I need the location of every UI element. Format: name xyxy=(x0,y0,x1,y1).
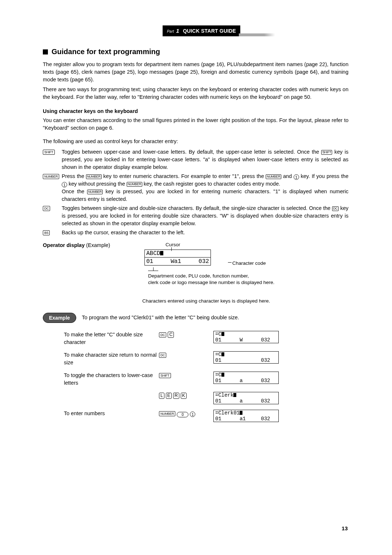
operator-display-label-sub: (Example) xyxy=(85,242,110,248)
example-step-keys: L E R K xyxy=(159,392,213,400)
cursor-block-icon xyxy=(221,332,224,336)
lcd-display-frame: ABCD 01 Wa1 032 xyxy=(144,250,211,266)
example-step-keys: NUMBER 0 1 xyxy=(159,410,213,417)
cursor-callout-line-icon xyxy=(171,247,172,251)
page-number: 13 xyxy=(342,524,348,532)
number-key-inline-icon-2: NUMBER xyxy=(266,174,281,179)
control-dc-row: DC Toggles between single-size and doubl… xyxy=(43,204,348,227)
example-step-keys: SHIFT xyxy=(159,372,213,379)
number-key-icon: NUMBER xyxy=(43,174,59,179)
diagram-brace-h-icon xyxy=(148,271,158,271)
example-pill: Example xyxy=(43,313,76,323)
one-key-icon: 1 xyxy=(190,412,195,417)
letter-c-key-icon: C xyxy=(168,332,174,338)
cursor-block-icon xyxy=(233,393,236,397)
example-step-display: =C01 032 xyxy=(213,351,282,364)
banner-title: QUICK START GUIDE xyxy=(183,28,236,34)
section-heading: Guidance for text programming xyxy=(43,46,348,57)
letter-r-key-icon: R xyxy=(173,393,179,399)
mini-lcd: =C01 032 xyxy=(213,351,279,364)
dc-key-icon: DC xyxy=(43,206,50,211)
mini-lcd: =Clerk0101 a1 032 xyxy=(213,410,279,422)
charcode-callout-label: Character code xyxy=(232,260,266,267)
banner-tail-fade xyxy=(239,33,275,36)
dc-key-inline-icon: DC xyxy=(332,206,339,211)
mini-lcd: =Clerk01 a 032 xyxy=(213,392,279,404)
mini-lcd: =C01 a 032 xyxy=(213,372,279,384)
control-number-row: NUMBER Press the NUMBER key to enter num… xyxy=(43,173,348,203)
example-step-row: To enter numbersNUMBER 0 1 =Clerk0101 a1… xyxy=(43,410,348,422)
sub-intro: You can enter characters according to th… xyxy=(43,117,348,132)
example-sentence: To program the word "Clerk01" with the l… xyxy=(82,314,239,321)
sub-heading: Using character keys on the keyboard xyxy=(43,108,348,115)
example-step-row: To toggle the characters to lower-case l… xyxy=(43,372,348,387)
example-step-row: To make character size return to normal … xyxy=(43,351,348,366)
example-step-display: =Clerk0101 a1 032 xyxy=(213,410,282,422)
shift-key-icon: SHIFT xyxy=(159,373,171,378)
dc-key-icon: DC xyxy=(159,353,166,358)
zero-key-icon: 0 xyxy=(177,412,188,417)
example-step-desc: To enter numbers xyxy=(43,410,159,417)
cursor-block-icon xyxy=(240,411,242,415)
manual-page: Part 1 QUICK START GUIDE Guidance for te… xyxy=(0,0,392,555)
shift-key-inline-icon: SHIFT xyxy=(321,150,332,155)
one-key-icon-2: 1 xyxy=(62,182,67,187)
number-key-inline-icon-3: NUMBER xyxy=(127,182,142,187)
example-row: Example To program the word "Clerk01" wi… xyxy=(43,313,348,323)
diagram-under-note-1: Department code, PLU code, function numb… xyxy=(148,273,274,285)
control-bs-row: BS Backs up the cursor, erasing the char… xyxy=(43,229,348,236)
example-step-display: =C01 W 032 xyxy=(213,331,282,344)
bs-key-icon: BS xyxy=(43,230,50,235)
control-bs-desc: Backs up the cursor, erasing the charact… xyxy=(62,229,348,236)
lcd-line-2: 01 Wa1 032 xyxy=(145,257,211,265)
intro-paragraph-2: There are two ways for programming text;… xyxy=(43,86,348,101)
operator-display-section: Operator display (Example) Cursor ABCD 0… xyxy=(43,242,348,305)
number-key-inline-icon: NUMBER xyxy=(86,174,102,179)
cursor-block-icon xyxy=(221,352,224,356)
charcode-callout-line-icon xyxy=(228,262,232,263)
number-key-icon: NUMBER xyxy=(159,411,175,416)
diagram-under-note-2: Characters entered using character keys … xyxy=(142,297,326,305)
cursor-block-icon xyxy=(221,373,224,377)
heading-square-icon xyxy=(43,49,48,54)
example-steps: To make the letter "C" double size chara… xyxy=(43,331,348,422)
letter-e-key-icon: E xyxy=(166,393,172,399)
operator-display-diagram: Cursor ABCD 01 Wa1 032 Character code De… xyxy=(144,242,326,305)
banner-part-label: Part xyxy=(167,29,174,33)
part-banner: Part 1 QUICK START GUIDE xyxy=(163,25,348,36)
example-step-desc: To make character size return to normal … xyxy=(43,351,159,366)
letter-l-key-icon: L xyxy=(159,393,164,399)
operator-display-label: Operator display xyxy=(43,242,85,248)
intro-paragraph-1: The register allow you to program texts … xyxy=(43,61,348,84)
control-lead: The following are used as control keys f… xyxy=(43,138,348,145)
example-step-desc: To toggle the characters to lower-case l… xyxy=(43,372,159,387)
control-shift-row: SHIFT Toggles between upper-case and low… xyxy=(43,148,348,171)
control-number-desc: Press the NUMBER key to enter numeric ch… xyxy=(62,173,348,203)
one-key-icon: 1 xyxy=(294,174,299,180)
example-step-keys: DC C xyxy=(159,331,213,339)
cursor-callout-label: Cursor xyxy=(166,241,180,248)
control-dc-desc: Toggles between single-size and double-s… xyxy=(62,204,348,227)
heading-text: Guidance for text programming xyxy=(52,48,160,56)
example-step-row: L E R K =Clerk01 a 032 xyxy=(43,392,348,405)
control-key-list: SHIFT Toggles between upper-case and low… xyxy=(43,148,348,236)
mini-lcd: =C01 W 032 xyxy=(213,331,279,343)
example-step-desc: To make the letter "C" double size chara… xyxy=(43,331,159,346)
number-key-inline-icon-4: NUMBER xyxy=(87,190,103,194)
banner-part-num: 1 xyxy=(176,28,179,34)
example-step-display: =Clerk01 a 032 xyxy=(213,392,282,405)
cursor-block-icon xyxy=(160,251,163,255)
example-step-display: =C01 a 032 xyxy=(213,372,282,384)
control-shift-desc: Toggles between upper-case and lower-cas… xyxy=(62,148,348,171)
shift-key-icon: SHIFT xyxy=(43,150,55,155)
example-step-keys: DC xyxy=(159,351,213,359)
dc-key-icon: DC xyxy=(159,332,166,337)
example-step-row: To make the letter "C" double size chara… xyxy=(43,331,348,346)
lcd-line-1: ABCD xyxy=(145,250,211,257)
diagram-brace-v-icon xyxy=(153,267,154,271)
letter-k-key-icon: K xyxy=(181,393,187,399)
